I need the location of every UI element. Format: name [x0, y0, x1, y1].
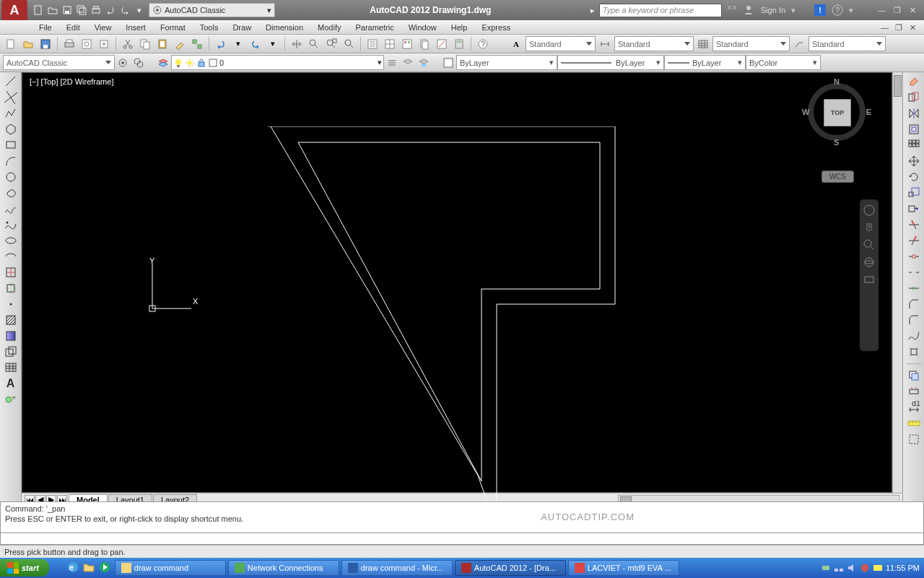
zoom-window-button[interactable] [323, 36, 339, 52]
zoom-icon[interactable] [863, 238, 876, 251]
menu-format[interactable]: Format [153, 23, 193, 32]
showmotion-icon[interactable] [863, 273, 876, 286]
viewcube-n[interactable]: N [834, 77, 840, 86]
help-icon[interactable]: ? [832, 4, 843, 16]
pan-button[interactable] [289, 36, 305, 52]
scale-icon[interactable] [906, 186, 922, 199]
trim-icon[interactable] [906, 218, 922, 231]
undo-icon[interactable] [104, 4, 117, 17]
search-arrow-icon[interactable]: ▸ [586, 4, 599, 17]
fullnav-icon[interactable] [863, 204, 876, 217]
layer-previous-button[interactable] [400, 55, 416, 71]
break-icon[interactable] [906, 266, 922, 279]
chamfer-icon[interactable] [906, 298, 922, 311]
publish-button[interactable] [96, 36, 112, 52]
gradient-icon[interactable] [3, 329, 19, 342]
save-button[interactable] [38, 36, 53, 52]
maximize-icon[interactable]: ❐ [894, 6, 904, 14]
workspace-settings-icon[interactable] [115, 55, 131, 71]
move-icon[interactable] [906, 155, 922, 168]
menu-view[interactable]: View [87, 23, 119, 32]
workspace-save-icon[interactable] [131, 55, 147, 71]
blend-icon[interactable] [906, 329, 922, 342]
redo-icon[interactable] [118, 4, 131, 17]
open-button[interactable] [20, 36, 36, 52]
line-icon[interactable] [3, 75, 19, 88]
help-button[interactable]: ? [475, 36, 491, 52]
menu-express[interactable]: Express [474, 23, 518, 32]
save-icon[interactable] [61, 4, 74, 17]
menu-parametric[interactable]: Parametric [348, 23, 401, 32]
zoom-realtime-button[interactable] [306, 36, 322, 52]
menu-dimension[interactable]: Dimension [258, 23, 310, 32]
dim-constraint-icon[interactable]: d1 [906, 401, 922, 414]
print-icon[interactable] [90, 4, 103, 17]
show-desktop-icon[interactable] [51, 561, 65, 575]
fillet-icon[interactable] [906, 314, 922, 327]
workspace-dropdown-title[interactable]: AutoCAD Classic▾ [149, 3, 275, 17]
offset-icon[interactable] [906, 123, 922, 136]
drawing-canvas[interactable]: [−] [Top] [2D Wireframe] Y X [22, 72, 892, 493]
viewcube[interactable]: TOP N S E W [802, 77, 871, 147]
array-icon[interactable] [906, 139, 922, 152]
tray-safely-remove-icon[interactable] [821, 563, 831, 573]
point-icon[interactable] [3, 298, 19, 311]
matchprop-button[interactable] [172, 36, 188, 52]
color-button[interactable] [440, 55, 456, 71]
polygon-icon[interactable] [3, 123, 19, 136]
undo-button[interactable] [213, 36, 229, 52]
rotate-icon[interactable] [906, 171, 922, 184]
player-icon[interactable] [98, 561, 113, 575]
join-icon[interactable] [906, 282, 922, 295]
user-icon[interactable] [744, 4, 755, 16]
menu-insert[interactable]: Insert [118, 23, 153, 32]
rectangle-icon[interactable] [3, 139, 19, 152]
select-icon[interactable] [906, 433, 922, 446]
properties-button[interactable] [365, 36, 380, 52]
erase-icon[interactable] [906, 75, 922, 88]
vertical-scrollbar[interactable] [892, 72, 902, 493]
menu-tools[interactable]: Tools [193, 23, 226, 32]
spline-cv-icon[interactable] [3, 218, 19, 231]
layer-properties-button[interactable] [155, 55, 171, 71]
extend-icon[interactable] [906, 234, 922, 247]
menu-help[interactable]: Help [444, 23, 475, 32]
exchange-icon[interactable]: ! [814, 4, 826, 16]
ellipse-arc-icon[interactable] [3, 250, 19, 263]
stretch-icon[interactable] [906, 202, 922, 215]
mirror-icon[interactable] [906, 107, 922, 120]
saveas-icon[interactable] [75, 4, 88, 17]
command-input[interactable] [0, 533, 924, 545]
measure-icon[interactable] [906, 417, 922, 430]
markup-button[interactable] [434, 36, 450, 52]
plotstyle-dropdown[interactable]: ByColor▾ [746, 55, 821, 70]
pan-icon[interactable] [863, 221, 876, 234]
viewcube-s[interactable]: S [834, 138, 839, 147]
designcenter-button[interactable] [382, 36, 398, 52]
mleaderstyle-dropdown[interactable]: Standard [808, 36, 886, 51]
viewcube-e[interactable]: E [866, 108, 871, 116]
qat-dropdown-icon[interactable]: ▾ [133, 4, 146, 17]
make-block-icon[interactable] [3, 282, 19, 295]
hatch-icon[interactable] [3, 314, 19, 327]
explode-icon[interactable] [906, 345, 922, 358]
viewport-label[interactable]: [−] [Top] [2D Wireframe] [30, 77, 113, 86]
close-icon[interactable]: ✕ [910, 6, 920, 14]
wcs-badge[interactable]: WCS [821, 171, 854, 183]
mleaderstyle-icon[interactable] [791, 36, 807, 52]
quickcalc-button[interactable] [451, 36, 467, 52]
menu-modify[interactable]: Modify [310, 23, 348, 32]
plot-preview-button[interactable] [79, 36, 95, 52]
sheetset-button[interactable] [417, 36, 432, 52]
tray-network-icon[interactable] [834, 563, 844, 573]
new-icon[interactable] [32, 4, 45, 17]
minimize-icon[interactable]: — [878, 6, 888, 14]
polyline-icon[interactable] [3, 107, 19, 120]
orbit-icon[interactable] [863, 256, 876, 269]
tray-volume-icon[interactable] [847, 563, 857, 573]
task-autocad[interactable]: AutoCAD 2012 - [Dra... [455, 560, 566, 576]
explorer-icon[interactable] [82, 561, 97, 575]
command-window[interactable]: Command: '_pan Press ESC or ENTER to exi… [0, 501, 924, 533]
circle-icon[interactable] [3, 171, 19, 184]
layer-isolate-button[interactable] [416, 55, 432, 71]
